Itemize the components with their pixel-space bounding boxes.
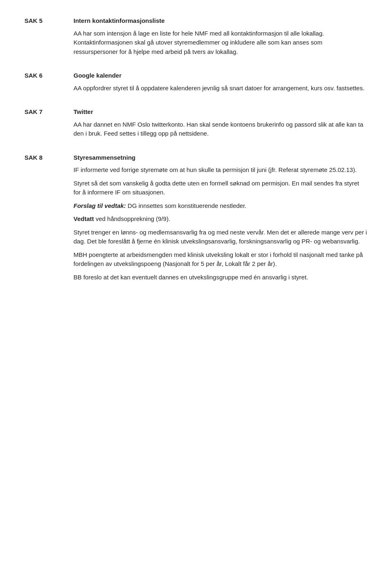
sak8-forslag-text: DG innsettes som konstituerende nestlede… xyxy=(128,202,247,209)
sak8-title: Styresammensetning xyxy=(74,153,368,163)
sak7-content: Twitter AA har dannet en NMF Oslo twitte… xyxy=(74,107,368,138)
sak6-label: SAK 6 xyxy=(24,71,74,93)
section-sak5: SAK 5 Intern kontaktinformasjonsliste AA… xyxy=(24,16,368,56)
section-sak8: SAK 8 Styresammensetning IF informerte v… xyxy=(24,153,368,282)
sak8-para5: Styret trenger en lønns- og medlemsansva… xyxy=(74,228,368,246)
section-sak6: SAK 6 Google kalender AA oppfordrer styr… xyxy=(24,71,368,93)
sak8-para1: IF informerte ved forrige styremøte om a… xyxy=(74,165,368,175)
sak7-title: Twitter xyxy=(74,107,368,117)
sak6-title: Google kalender xyxy=(74,71,368,80)
sak5-content: Intern kontaktinformasjonsliste AA har s… xyxy=(74,16,368,56)
sak7-para1: AA har dannet en NMF Oslo twitterkonto. … xyxy=(74,120,368,138)
sak8-vedtatt-text: ved håndsopprekning (9/9). xyxy=(96,215,170,222)
sak8-para6: MBH poengterte at arbeidsmengden med kli… xyxy=(74,250,368,269)
sak8-para2: Styret så det som vanskelig å godta dett… xyxy=(74,179,368,197)
sak8-forslag-prefix: Forslag til vedtak: xyxy=(74,202,128,209)
sak6-content: Google kalender AA oppfordrer styret til… xyxy=(74,71,368,93)
sak5-para1: AA har som intensjon å lage en liste for… xyxy=(74,29,368,57)
sak8-para7: BB foreslo at det kan eventuelt dannes e… xyxy=(74,273,368,282)
sak6-para1: AA oppfordrer styret til å oppdatere kal… xyxy=(74,84,368,93)
sak5-label: SAK 5 xyxy=(24,16,74,56)
page-content: SAK 5 Intern kontaktinformasjonsliste AA… xyxy=(24,16,368,282)
sak8-vedtatt-prefix: Vedtatt xyxy=(74,215,96,222)
sak7-label: SAK 7 xyxy=(24,107,74,138)
sak5-title: Intern kontaktinformasjonsliste xyxy=(74,16,368,26)
sak8-forslag: Forslag til vedtak: DG innsettes som kon… xyxy=(74,201,368,211)
sak8-vedtatt: Vedtatt ved håndsopprekning (9/9). xyxy=(74,214,368,224)
sak8-content: Styresammensetning IF informerte ved for… xyxy=(74,153,368,282)
section-sak7: SAK 7 Twitter AA har dannet en NMF Oslo … xyxy=(24,107,368,138)
sak8-label: SAK 8 xyxy=(24,153,74,282)
